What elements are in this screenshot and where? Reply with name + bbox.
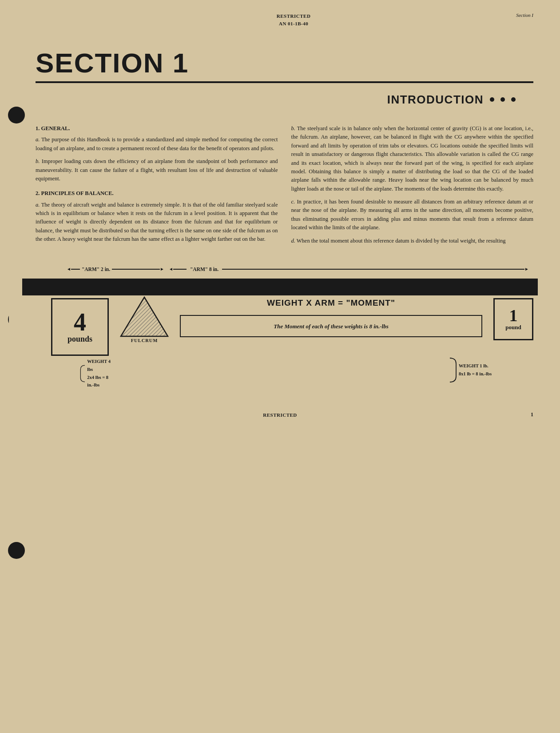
arm-left-label: "ARM" 2 in. (82, 267, 110, 272)
binding-hole-1 (8, 107, 25, 123)
page-footer: RESTRICTED 1 (0, 402, 560, 427)
intro-dot-1 (490, 97, 494, 102)
intro-dot-2 (500, 97, 505, 102)
right-ann1: WEIGHT 1 lb. (459, 362, 492, 370)
fulcrum-triangle-svg (120, 296, 169, 337)
para-2a-text: The theory of aircraft weight and balanc… (36, 202, 278, 243)
para-rc-label: c. (291, 199, 295, 205)
left-weight-number: 4 (74, 310, 86, 335)
left-brace-svg (80, 361, 85, 386)
para-rb: b. The steelyard scale is in balance onl… (291, 124, 534, 193)
fulcrum-section: FULCRUM (115, 296, 173, 343)
fulcrum-sub2: 2x4 lbs = 8 in.-lbs (87, 374, 111, 390)
left-weight-section: 4 pounds (22, 298, 111, 356)
left-weight-unit: pounds (68, 335, 92, 344)
intro-dot-3 (511, 97, 516, 102)
line-left-right (173, 269, 187, 270)
intro-heading-area: INTRODUCTION (0, 83, 560, 107)
main-content: 1. GENERAL. a. The purpose of this Handb… (0, 107, 560, 250)
right-ann-text: WEIGHT 1 lb. 8x1 lb = 8 in.-lbs (459, 362, 492, 378)
para-1a-label: a. (36, 136, 40, 143)
arm-right-section: ◄ "ARM" 8 in. ► (169, 267, 529, 272)
para-rd: d. When the total moment about this refe… (291, 237, 534, 245)
right-weight-section: 1 pound (489, 298, 538, 340)
page-number: 1 (507, 411, 533, 418)
left-brace-area: WEIGHT 4 lbs 2x4 lbs = 8 in.-lbs (80, 358, 111, 389)
arm-right-label: "ARM" 8 in. (190, 267, 218, 272)
center-section: WEIGHT X ARM = "MOMENT" The Moment of ea… (173, 298, 489, 337)
para-rb-text: The steelyard scale is in balance only w… (291, 125, 534, 192)
moment-box: The Moment of each of these weights is 8… (180, 315, 482, 337)
document-number: AN 01-1B-40 (277, 20, 311, 28)
diagram-elements-row: 4 pounds FULCRUM W (9, 295, 551, 356)
restricted-label: RESTRICTED (277, 12, 311, 20)
four-pounds-box: 4 pounds (51, 298, 109, 356)
footer-restricted: RESTRICTED (53, 412, 507, 418)
fulcrum-sub1: WEIGHT 4 lbs (87, 358, 111, 374)
svg-marker-1 (121, 297, 168, 336)
binding-hole-3 (8, 542, 25, 559)
arrowhead-right-right: ► (524, 267, 529, 271)
right-brace-area: WEIGHT 1 lb. 8x1 lb = 8 in.-lbs (449, 358, 538, 382)
section-title: SECTION 1 (36, 47, 533, 79)
para-rb-label: b. (291, 125, 295, 131)
para-2a: a. The theory of aircraft weight and bal… (36, 201, 278, 244)
intro-heading: INTRODUCTION (387, 93, 484, 107)
diagram-area: ◄ "ARM" 2 in. ► ◄ "ARM" 8 in. ► 4 (9, 261, 551, 398)
left-annotation: WEIGHT 4 lbs 2x4 lbs = 8 in.-lbs (22, 358, 111, 389)
diagram-title: WEIGHT X ARM = "MOMENT" (267, 298, 395, 308)
para-rd-text: When the total moment about this referen… (297, 238, 506, 244)
para-1b: b. Improper loading cuts down the effici… (36, 157, 278, 183)
right-weight-number: 1 (509, 307, 518, 324)
para-rc-text: In practice, it has been found desirable… (291, 199, 534, 231)
para-1a-text: The purpose of this Handbook is to provi… (36, 136, 278, 151)
left-column: 1. GENERAL. a. The purpose of this Handb… (36, 124, 278, 250)
line-left (71, 269, 80, 270)
para-1b-text: Improper loading cuts down the efficienc… (36, 158, 278, 182)
para-1a: a. The purpose of this Handbook is to pr… (36, 135, 278, 153)
page-header: RESTRICTED AN 01-1B-40 Section I (0, 0, 560, 27)
one-pound-box: 1 pound (493, 298, 533, 340)
arrowhead-left: ◄ (67, 267, 71, 271)
right-column: b. The steelyard scale is in balance onl… (291, 124, 534, 250)
line-right-right (222, 269, 524, 270)
page: RESTRICTED AN 01-1B-40 Section I SECTION… (0, 0, 560, 733)
section1-heading: 1. GENERAL. (36, 124, 278, 133)
header-center: RESTRICTED AN 01-1B-40 (277, 12, 311, 27)
para-2a-label: a. (36, 202, 40, 208)
arm-labels-row: ◄ "ARM" 2 in. ► ◄ "ARM" 8 in. ► (9, 261, 551, 278)
moment-text: The Moment of each of these weights is 8… (274, 323, 389, 330)
para-rc: c. In practice, it has been found desira… (291, 198, 534, 232)
fulcrum-label: FULCRUM (131, 338, 158, 343)
right-ann2: 8x1 lb = 8 in.-lbs (459, 370, 492, 378)
para-rd-label: d. (291, 238, 295, 244)
intro-heading-container: INTRODUCTION (387, 93, 516, 107)
left-ann-text: WEIGHT 4 lbs 2x4 lbs = 8 in.-lbs (87, 358, 111, 389)
balance-beam (22, 279, 538, 295)
para-1b-label: b. (36, 158, 40, 164)
section-label: Section I (516, 12, 533, 18)
arm-left-section: ◄ "ARM" 2 in. ► (67, 267, 164, 272)
line-right-left (112, 269, 160, 270)
arrowhead-left-right: ◄ (169, 267, 173, 271)
arrowhead-right-left: ► (160, 267, 164, 271)
section-title-area: SECTION 1 (0, 27, 560, 83)
right-annotation: WEIGHT 1 lb. 8x1 lb = 8 in.-lbs (449, 358, 538, 382)
right-weight-unit: pound (505, 324, 521, 331)
annotations-row: WEIGHT 4 lbs 2x4 lbs = 8 in.-lbs WEIGHT … (9, 356, 551, 389)
right-brace-svg (449, 358, 457, 382)
section2-heading: 2. PRINCIPLES OF BALANCE. (36, 189, 278, 198)
